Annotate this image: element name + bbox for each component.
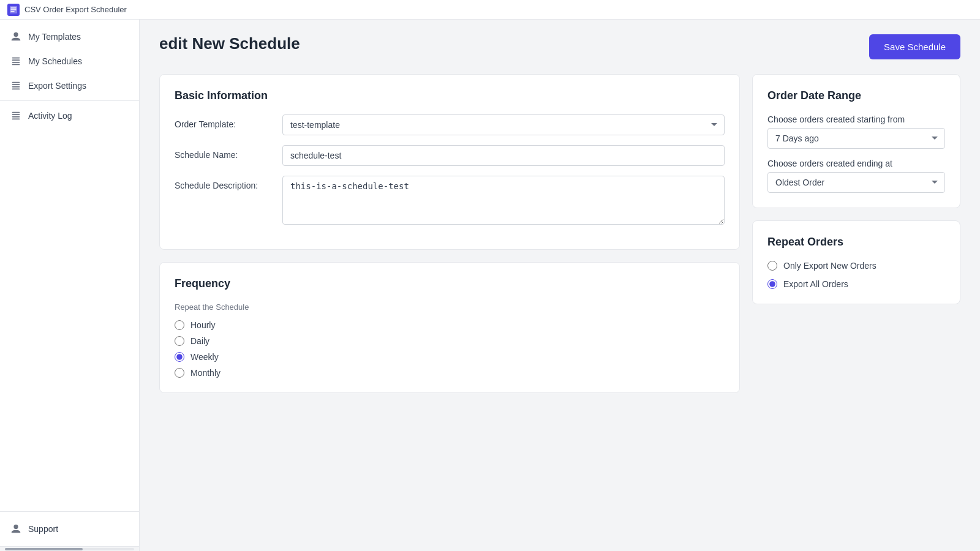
frequency-repeat-label: Repeat the Schedule xyxy=(175,302,725,312)
support-person-icon xyxy=(10,523,22,535)
repeat-option-all-orders[interactable]: Export All Orders xyxy=(767,279,945,289)
frequency-title: Frequency xyxy=(175,277,725,290)
sidebar-item-my-templates[interactable]: My Templates xyxy=(0,24,139,49)
repeat-orders-radio-group: Only Export New Orders Export All Orders xyxy=(767,261,945,289)
schedule-description-row: Schedule Description: this-is-a-schedule… xyxy=(175,176,725,225)
order-starting-label: Choose orders created starting from xyxy=(767,114,945,124)
page-header: edit New Schedule Save Schedule xyxy=(159,34,960,59)
order-ending-label: Choose orders created ending at xyxy=(767,159,945,168)
order-starting-select[interactable]: 7 Days ago 14 Days ago 30 Days ago Today xyxy=(767,128,945,149)
schedule-description-label: Schedule Description: xyxy=(175,176,273,190)
frequency-radio-monthly[interactable] xyxy=(175,368,184,378)
sidebar-item-support[interactable]: Support xyxy=(0,517,139,541)
repeat-orders-title: Repeat Orders xyxy=(767,236,945,249)
repeat-option-label: Export All Orders xyxy=(783,279,848,289)
right-column: Order Date Range Choose orders created s… xyxy=(752,74,960,393)
main-content: edit New Schedule Save Schedule Basic In… xyxy=(140,20,980,551)
sidebar-bottom: Support xyxy=(0,511,139,546)
repeat-option-label: Only Export New Orders xyxy=(783,261,876,271)
sidebar-item-label: My Schedules xyxy=(28,56,82,66)
list-icon xyxy=(10,55,22,67)
save-schedule-button[interactable]: Save Schedule xyxy=(869,34,960,59)
frequency-radio-weekly[interactable] xyxy=(175,352,184,362)
order-date-range-title: Order Date Range xyxy=(767,89,945,102)
sidebar-item-activity-log[interactable]: Activity Log xyxy=(0,103,139,128)
frequency-option-label: Hourly xyxy=(190,320,215,330)
sidebar-item-label: Export Settings xyxy=(28,81,86,91)
repeat-orders-card: Repeat Orders Only Export New Orders Exp… xyxy=(752,220,960,304)
order-date-section: Choose orders created starting from 7 Da… xyxy=(767,114,945,193)
topbar: CSV Order Export Scheduler xyxy=(0,0,980,20)
order-starting-group: Choose orders created starting from 7 Da… xyxy=(767,114,945,149)
scrollbar-track xyxy=(5,548,134,550)
basic-information-card: Basic Information Order Template: test-t… xyxy=(159,74,740,250)
schedule-name-label: Schedule Name: xyxy=(175,145,273,160)
order-ending-select[interactable]: Oldest Order Newest Order Today xyxy=(767,172,945,193)
sidebar-item-label: Support xyxy=(28,524,58,534)
content-grid: Basic Information Order Template: test-t… xyxy=(159,74,960,393)
person-icon xyxy=(10,31,22,43)
frequency-option-label: Daily xyxy=(190,336,209,346)
frequency-option-label: Weekly xyxy=(190,352,219,362)
frequency-card: Frequency Repeat the Schedule Hourly Dai… xyxy=(159,262,740,393)
sidebar-item-label: My Templates xyxy=(28,32,81,42)
frequency-radio-hourly[interactable] xyxy=(175,320,184,330)
order-template-label: Order Template: xyxy=(175,114,273,129)
list2-icon xyxy=(10,80,22,92)
sidebar-scrollbar[interactable] xyxy=(0,546,139,551)
frequency-option-label: Monthly xyxy=(190,368,221,378)
frequency-option-monthly[interactable]: Monthly xyxy=(175,368,725,378)
schedule-name-input[interactable] xyxy=(282,145,725,166)
layout: My Templates My Schedules Export Set xyxy=(0,20,980,551)
frequency-radio-daily[interactable] xyxy=(175,336,184,346)
sidebar-item-label: Activity Log xyxy=(28,111,72,121)
basic-info-title: Basic Information xyxy=(175,89,725,102)
sidebar-item-my-schedules[interactable]: My Schedules xyxy=(0,49,139,73)
order-template-select[interactable]: test-template xyxy=(282,114,725,135)
schedule-description-input[interactable]: this-is-a-schedule-test xyxy=(282,176,725,225)
sidebar-nav: My Templates My Schedules Export Set xyxy=(0,20,139,511)
order-date-range-card: Order Date Range Choose orders created s… xyxy=(752,74,960,208)
sidebar-item-export-settings[interactable]: Export Settings xyxy=(0,73,139,98)
sidebar: My Templates My Schedules Export Set xyxy=(0,20,140,551)
repeat-radio-all-orders[interactable] xyxy=(767,279,777,289)
page-title: edit New Schedule xyxy=(159,34,300,53)
frequency-option-hourly[interactable]: Hourly xyxy=(175,320,725,330)
repeat-option-only-new[interactable]: Only Export New Orders xyxy=(767,261,945,271)
app-title: CSV Order Export Scheduler xyxy=(24,5,127,14)
order-template-row: Order Template: test-template xyxy=(175,114,725,135)
order-ending-group: Choose orders created ending at Oldest O… xyxy=(767,159,945,193)
frequency-radio-group: Hourly Daily Weekly Monthly xyxy=(175,320,725,378)
scrollbar-thumb xyxy=(5,548,83,550)
frequency-option-weekly[interactable]: Weekly xyxy=(175,352,725,362)
schedule-name-row: Schedule Name: xyxy=(175,145,725,166)
left-column: Basic Information Order Template: test-t… xyxy=(159,74,740,393)
frequency-option-daily[interactable]: Daily xyxy=(175,336,725,346)
sidebar-divider xyxy=(0,100,139,101)
repeat-radio-only-new[interactable] xyxy=(767,261,777,271)
activity-list-icon xyxy=(10,110,22,122)
app-icon xyxy=(7,4,20,16)
